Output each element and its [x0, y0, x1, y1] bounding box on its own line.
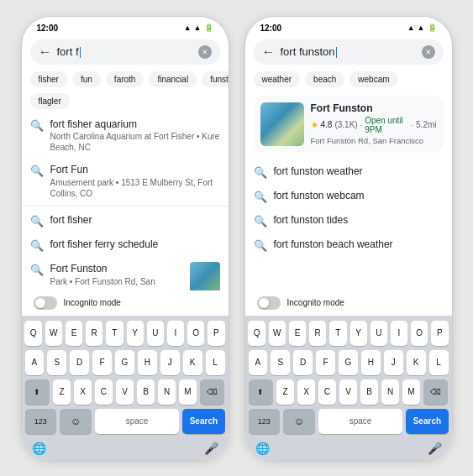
globe-icon-left[interactable]: 🌐 — [32, 442, 46, 455]
search-input-left[interactable]: fort f — [57, 45, 193, 58]
key-123-right[interactable]: 123 — [249, 409, 281, 434]
chip-beach[interactable]: beach — [305, 71, 344, 87]
search-button-left[interactable]: Search — [182, 409, 224, 434]
back-button-left[interactable]: ← — [39, 45, 52, 59]
key-H-left[interactable]: H — [138, 350, 157, 375]
key-S-left[interactable]: S — [47, 350, 66, 375]
key-D-left[interactable]: D — [70, 350, 89, 375]
key-A-left[interactable]: A — [25, 350, 45, 375]
status-time-right: 12:00 — [260, 24, 282, 33]
chip-fisher[interactable]: fisher — [30, 71, 67, 87]
suggestion-ff-webcam[interactable]: 🔍 fort funston webcam — [245, 184, 452, 208]
key-P-left[interactable]: P — [208, 321, 224, 346]
chip-fun[interactable]: fun — [72, 71, 101, 87]
key-V-left[interactable]: V — [116, 379, 134, 405]
key-C-right[interactable]: C — [318, 379, 336, 405]
suggestion-fort-fun[interactable]: 🔍 Fort Fun Amusement park • 1513 E Mulbe… — [22, 158, 229, 204]
rich-card-fort-funston[interactable]: Fort Funston ★ 4.8 (3.1K) · Open until 9… — [254, 96, 444, 153]
key-U-left[interactable]: U — [147, 321, 164, 346]
chip-weather[interactable]: weather — [254, 71, 301, 87]
key-N-right[interactable]: N — [381, 379, 399, 405]
globe-icon-right[interactable]: 🌐 — [255, 442, 270, 455]
key-R-right[interactable]: R — [309, 321, 326, 346]
key-L-right[interactable]: L — [429, 350, 449, 375]
suggestion-fort-fisher-ferry[interactable]: 🔍 fort fisher ferry schedule — [22, 233, 229, 257]
key-M-right[interactable]: M — [402, 379, 420, 405]
key-G-right[interactable]: G — [339, 350, 358, 375]
clear-button-left[interactable]: ✕ — [198, 45, 212, 59]
key-E-right[interactable]: E — [289, 321, 306, 346]
suggestion-ff-tides[interactable]: 🔍 fort funston tides — [245, 208, 452, 233]
search-bar-left[interactable]: ← fort f ✕ — [30, 39, 220, 65]
key-H-right[interactable]: H — [361, 350, 381, 375]
clear-button-right[interactable]: ✕ — [422, 45, 435, 59]
key-Q-right[interactable]: Q — [248, 321, 265, 346]
suggestion-fort-fisher-aquarium[interactable]: 🔍 fort fisher aquarium North Carolina Aq… — [22, 112, 229, 159]
key-shift-left[interactable]: ⬆ — [25, 379, 50, 405]
key-T-left[interactable]: T — [106, 321, 123, 346]
key-space-right[interactable]: space — [318, 409, 402, 434]
key-N-left[interactable]: N — [158, 379, 176, 405]
incognito-toggle-right[interactable] — [257, 296, 281, 310]
key-C-left[interactable]: C — [95, 379, 113, 405]
search-bar-right[interactable]: ← fort funston ✕ — [254, 39, 444, 65]
key-O-right[interactable]: O — [411, 321, 428, 346]
chip-flagler[interactable]: flagler — [30, 93, 70, 109]
incognito-toggle-left[interactable] — [34, 296, 57, 310]
keyboard-right: Q W E R T Y U I O P A S D F G H J K L — [245, 316, 452, 460]
key-space-left[interactable]: space — [95, 409, 179, 434]
key-backspace-left[interactable]: ⌫ — [200, 379, 224, 405]
key-K-right[interactable]: K — [407, 350, 426, 375]
key-K-left[interactable]: K — [183, 350, 202, 375]
key-Z-right[interactable]: Z — [276, 379, 294, 405]
suggestion-fort-funston[interactable]: 🔍 Fort Funston Park • Fort Funston Rd, S… — [22, 257, 229, 290]
key-X-right[interactable]: X — [297, 379, 315, 405]
key-shift-right[interactable]: ⬆ — [249, 379, 273, 405]
key-V-right[interactable]: V — [339, 379, 357, 405]
search-button-right[interactable]: Search — [406, 409, 448, 434]
key-F-left[interactable]: F — [92, 350, 112, 375]
key-X-left[interactable]: X — [74, 379, 92, 405]
key-Y-left[interactable]: Y — [127, 321, 144, 346]
key-Q-left[interactable]: Q — [24, 321, 41, 346]
key-U-right[interactable]: U — [371, 321, 387, 346]
key-E-left[interactable]: E — [66, 321, 82, 346]
key-emoji-right[interactable]: ☺ — [283, 409, 315, 434]
mic-icon-right[interactable]: 🎤 — [428, 442, 442, 455]
key-L-left[interactable]: L — [206, 350, 225, 375]
search-input-right[interactable]: fort funston — [281, 45, 417, 58]
key-B-left[interactable]: B — [137, 379, 155, 405]
chip-funston[interactable]: funston — [202, 71, 228, 87]
key-A-right[interactable]: A — [249, 350, 268, 375]
mic-icon-left[interactable]: 🎤 — [204, 442, 218, 455]
suggestion-ff-beach-weather[interactable]: 🔍 fort funston beach weather — [245, 233, 452, 257]
key-emoji-left[interactable]: ☺ — [60, 409, 92, 434]
key-J-left[interactable]: J — [160, 350, 180, 375]
key-W-right[interactable]: W — [269, 321, 286, 346]
key-Y-right[interactable]: Y — [350, 321, 367, 346]
chip-webcam[interactable]: webcam — [349, 71, 397, 87]
key-R-left[interactable]: R — [86, 321, 102, 346]
bottom-area-right: Incognito mode Q W E R T Y U I O P A S D… — [245, 290, 452, 460]
key-F-right[interactable]: F — [316, 350, 335, 375]
key-J-right[interactable]: J — [384, 350, 403, 375]
key-I-left[interactable]: I — [167, 321, 184, 346]
key-backspace-right[interactable]: ⌫ — [423, 379, 448, 405]
key-123-left[interactable]: 123 — [25, 409, 57, 434]
back-button-right[interactable]: ← — [262, 45, 276, 59]
chip-faroth[interactable]: faroth — [106, 71, 145, 87]
key-M-left[interactable]: M — [179, 379, 197, 405]
key-Z-left[interactable]: Z — [53, 379, 71, 405]
chip-financial[interactable]: financial — [149, 71, 197, 87]
key-I-right[interactable]: I — [391, 321, 407, 346]
key-B-right[interactable]: B — [360, 379, 378, 405]
key-S-right[interactable]: S — [271, 350, 290, 375]
key-G-left[interactable]: G — [115, 350, 134, 375]
key-T-right[interactable]: T — [329, 321, 346, 346]
key-P-right[interactable]: P — [431, 321, 448, 346]
key-O-left[interactable]: O — [187, 321, 204, 346]
key-W-left[interactable]: W — [45, 321, 62, 346]
suggestion-fort-fisher[interactable]: 🔍 fort fisher — [22, 208, 229, 233]
suggestion-ff-weather[interactable]: 🔍 fort funston weather — [245, 160, 452, 184]
key-D-right[interactable]: D — [293, 350, 313, 375]
